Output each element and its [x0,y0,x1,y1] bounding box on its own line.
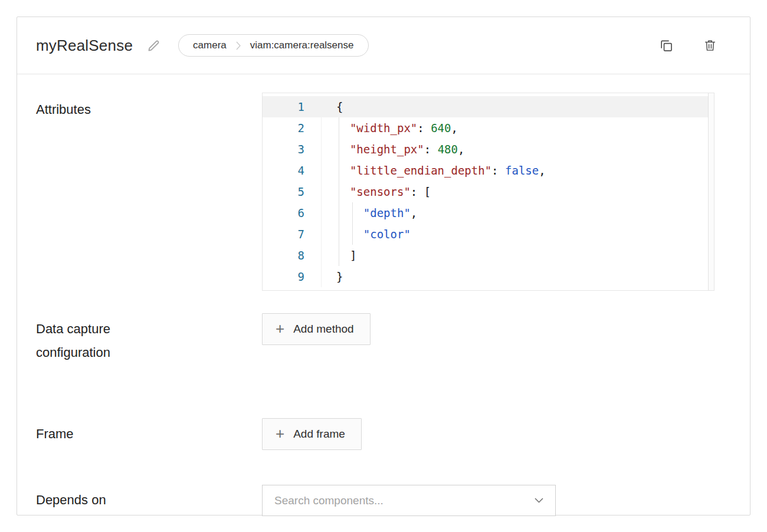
pencil-icon [147,39,160,52]
component-header: myRealSense camera viam:camera:realsense [17,17,750,74]
code-token: 640 [431,121,451,134]
code-token: , [458,143,464,156]
component-type-pill: camera viam:camera:realsense [178,34,368,57]
code-line-text: { [322,96,714,117]
code-token: "width_px" [350,121,417,134]
plus-icon: + [276,426,284,441]
line-number: 7 [263,224,322,245]
code-token: : [491,164,505,177]
code-line[interactable]: 1{ [263,96,714,117]
code-token: "color" [363,228,411,241]
data-capture-row: Data capture configuration + Add method [36,313,750,364]
line-number: 3 [263,139,322,160]
chevron-down-icon [535,498,543,503]
search-components-input[interactable] [274,494,535,507]
line-number: 6 [263,202,322,224]
indent-guide [339,245,339,266]
line-number: 8 [263,245,322,266]
trash-icon [703,38,717,52]
indent-guide [352,224,353,245]
code-token: "sensors" [350,185,411,198]
component-card: myRealSense camera viam:camera:realsense [17,17,750,515]
code-line[interactable]: 8 ] [263,245,714,266]
code-line-text: "little_endian_depth": false, [322,160,714,181]
indent-guide [339,160,339,181]
code-lines: 1{2 "width_px": 640,3 "height_px": 480,4… [263,96,714,287]
code-token: false [505,164,539,177]
data-capture-label: Data capture configuration [36,313,262,364]
add-frame-button[interactable]: + Add frame [262,418,362,450]
code-token [336,206,363,219]
indent-guide [339,181,339,202]
code-token [336,228,363,241]
depends-on-select[interactable] [262,485,556,516]
add-method-label: Add method [293,323,353,336]
code-token: , [539,164,545,177]
code-line[interactable]: 2 "width_px": 640, [263,117,714,139]
line-number: 1 [263,96,322,117]
code-line-text: } [322,266,714,287]
indent-guide [339,224,339,245]
duplicate-icon [659,38,674,53]
code-token: : [411,185,424,198]
header-actions [659,38,717,53]
line-number: 5 [263,181,322,202]
line-number: 9 [263,266,322,287]
code-line[interactable]: 9} [263,266,714,287]
component-type: camera [193,40,227,51]
indent-guide [352,202,353,224]
code-line-text: "sensors": [ [322,181,714,202]
line-number: 4 [263,160,322,181]
code-token: , [451,121,458,134]
line-number: 2 [263,117,322,139]
code-line[interactable]: 6 "depth", [263,202,714,224]
code-token: : [424,143,438,156]
indent-guide [339,117,339,139]
code-token: "height_px" [350,143,424,156]
code-line-text: "depth", [322,202,714,224]
code-token: , [411,206,417,219]
code-token: 480 [438,143,458,156]
code-line[interactable]: 3 "height_px": 480, [263,139,714,160]
attributes-row: Attributes 1{2 "width_px": 640,3 "height… [36,93,750,291]
component-body: Attributes 1{2 "width_px": 640,3 "height… [17,93,750,516]
indent-guide [339,202,339,224]
code-line[interactable]: 4 "little_endian_depth": false, [263,160,714,181]
code-line-text: "width_px": 640, [322,117,714,139]
code-line-text: ] [322,245,714,266]
code-token: [ [424,185,431,198]
frame-label: Frame [36,418,262,446]
rename-button[interactable] [147,39,160,52]
code-token: ] [350,249,356,262]
editor-scrollbar[interactable] [708,93,714,290]
attributes-label: Attributes [36,93,262,119]
add-frame-label: Add frame [293,428,345,441]
code-token: } [336,270,343,283]
depends-on-label: Depends on [36,485,262,512]
code-line[interactable]: 5 "sensors": [ [263,181,714,202]
code-token: { [336,100,343,113]
frame-row: Frame + Add frame [36,418,750,450]
depends-on-row: Depends on [36,485,750,516]
plus-icon: + [276,321,284,336]
code-token: "little_endian_depth" [350,164,491,177]
component-model: viam:camera:realsense [250,40,354,51]
attributes-code-editor[interactable]: 1{2 "width_px": 640,3 "height_px": 480,4… [262,93,714,291]
code-line[interactable]: 7 "color" [263,224,714,245]
component-name: myRealSense [36,37,133,55]
duplicate-button[interactable] [659,38,674,53]
add-method-button[interactable]: + Add method [262,313,371,345]
chevron-right-icon [236,41,241,50]
delete-button[interactable] [703,38,717,52]
code-line-text: "color" [322,224,714,245]
code-line-text: "height_px": 480, [322,139,714,160]
code-token: : [417,121,431,134]
indent-guide [339,139,339,160]
code-token: "depth" [363,206,411,219]
